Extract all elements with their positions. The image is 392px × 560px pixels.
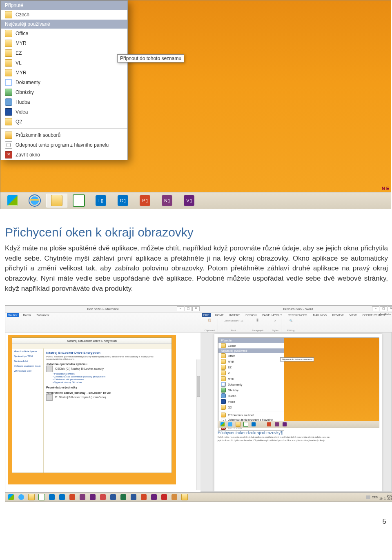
jump-list-item[interactable]: Q2 — [1, 117, 127, 127]
taskbar-btn[interactable] — [47, 493, 57, 501]
close-icon[interactable]: ✕ — [192, 306, 200, 311]
word-tab[interactable]: HOME — [214, 313, 225, 317]
taskbar-btn[interactable] — [139, 493, 149, 501]
nested-taskbar-btn[interactable] — [281, 422, 288, 427]
taskbar-btn[interactable] — [16, 493, 26, 501]
taskbar-btn[interactable] — [129, 493, 138, 501]
taskbar-btn[interactable] — [37, 493, 47, 501]
bitlocker-sidebar-link[interactable]: Správa disků — [14, 360, 42, 362]
jump-list-item[interactable]: Dokumenty — [1, 78, 127, 87]
jump-list-item[interactable]: Dokumenty — [218, 382, 284, 387]
jump-list-item[interactable]: Czech — [218, 343, 284, 348]
taskbar-btn[interactable] — [67, 493, 77, 501]
tray-date[interactable]: 19. 1. 2015 — [379, 497, 392, 500]
jump-list-item[interactable]: Odepnout tento program z hlavního panelu — [1, 140, 127, 150]
scrollbar[interactable] — [196, 359, 200, 490]
jump-list-item[interactable]: Obrázky — [218, 387, 284, 393]
bitlocker-link[interactable]: • Pozastavit ochranu — [53, 373, 169, 375]
maximize-icon[interactable]: ▢ — [380, 306, 387, 311]
nested-taskbar-btn[interactable] — [273, 422, 281, 427]
jump-list-item[interactable]: Videa — [218, 399, 284, 404]
taskbar-powerpoint[interactable]: P▯ — [134, 194, 156, 207]
nested-taskbar-btn[interactable] — [242, 422, 249, 427]
bitlocker-link[interactable]: • Zálohovat klíč pro obnovení — [53, 378, 169, 381]
bitlocker-link[interactable]: • Změnit způsob odemknutí jednotky při s… — [53, 375, 169, 378]
taskbar-btn[interactable] — [180, 493, 189, 501]
taskbar-btn[interactable] — [108, 493, 118, 501]
minimize-icon[interactable]: – — [177, 306, 184, 311]
taskbar-btn[interactable] — [169, 493, 179, 501]
word-page[interactable]: Připnuté Czech Nejčastěji používané Offi… — [214, 334, 382, 494]
nested-taskbar-btn[interactable] — [234, 422, 242, 427]
paint-canvas[interactable]: Nástroj BitLocker Drive Encryption Hlavn… — [8, 335, 176, 484]
word-tab[interactable]: REVIEW — [331, 313, 345, 317]
taskbar-explorer[interactable] — [46, 194, 67, 207]
taskbar-btn[interactable] — [98, 493, 108, 501]
tray-lang[interactable]: CES — [372, 496, 378, 499]
paint-titlebar[interactable]: Bez názvu - Malování – ▢ ✕ — [5, 306, 200, 312]
jump-list-item[interactable]: Hudba — [1, 97, 127, 107]
word-tab[interactable]: VIEW — [348, 313, 358, 317]
taskbar-store[interactable] — [68, 194, 89, 207]
taskbar-btn[interactable] — [88, 493, 98, 501]
jump-list-item[interactable]: Office — [218, 353, 284, 359]
paint-tab[interactable]: Zobrazení — [35, 313, 51, 317]
word-tab[interactable]: FILE — [202, 313, 211, 317]
taskbar-ie[interactable] — [24, 194, 45, 207]
jump-list-item[interactable]: Q2 — [218, 404, 284, 410]
jump-list-item[interactable]: VL — [218, 370, 284, 376]
flag-icon[interactable] — [366, 495, 370, 499]
word-tab[interactable]: MAILINGS — [312, 313, 327, 317]
jump-list-item[interactable]: Hudba — [218, 393, 284, 399]
taskbar-start[interactable] — [2, 194, 23, 207]
nested-taskbar-btn[interactable] — [250, 422, 257, 427]
nested-taskbar-btn[interactable] — [219, 422, 226, 427]
word-tab[interactable]: DESIGN — [244, 313, 258, 317]
taskbar-btn[interactable] — [27, 493, 36, 501]
jump-list-item[interactable]: Videa — [1, 107, 127, 117]
word-tab[interactable]: INSERT — [228, 313, 241, 317]
jump-list-item[interactable]: MYR — [218, 359, 284, 364]
jump-list-item[interactable]: Office — [1, 29, 127, 38]
taskbar-btn[interactable] — [6, 493, 16, 501]
jump-list-item[interactable]: MYR — [1, 38, 127, 48]
font-name[interactable]: Calibri (Body) — [224, 319, 238, 322]
font-size[interactable]: 11 — [241, 319, 243, 322]
taskbar-lync[interactable]: L▯ — [90, 194, 111, 207]
jump-list-item[interactable]: MYR — [1, 68, 127, 78]
minimize-icon[interactable]: – — [372, 306, 379, 311]
taskbar-btn[interactable] — [57, 493, 67, 501]
bitlocker-sidebar-link[interactable]: Hlavní ovládací panel — [14, 350, 42, 353]
bitlocker-sidebar-link[interactable]: Ochrana osobních údajů — [14, 365, 42, 367]
paint-tab[interactable]: Domů — [22, 313, 32, 317]
word-tab[interactable]: PAGE LAYOUT — [261, 313, 283, 317]
bitlocker-sidebar-link[interactable]: Uživatelské účty — [14, 370, 42, 372]
word-tab[interactable]: REFERENCES — [287, 313, 309, 317]
taskbar-btn[interactable] — [78, 493, 87, 501]
nested-taskbar-btn[interactable] — [265, 422, 273, 427]
word-titlebar[interactable]: Brozura.docx - Word – ▢ ✕ — [200, 306, 392, 312]
tray-time[interactable]: 14:09 — [386, 494, 392, 497]
taskbar-btn[interactable] — [118, 493, 128, 501]
taskbar-btn[interactable] — [159, 493, 169, 501]
jump-list-item[interactable]: EZ — [218, 364, 284, 370]
paint-tab[interactable]: Soubor — [7, 313, 19, 317]
jump-list-item[interactable]: Czech — [1, 10, 127, 20]
maximize-icon[interactable]: ▢ — [185, 306, 192, 311]
taskbar-visualstudio[interactable]: V▯ — [178, 194, 200, 207]
system-tray[interactable]: CES 14:09 19. 1. 2015 — [366, 494, 392, 500]
word-user[interactable]: Jan Steber… — [380, 313, 392, 315]
taskbar-onenote[interactable]: N▯ — [156, 194, 178, 207]
jump-list-item[interactable]: Průzkumník souborů — [1, 130, 127, 140]
taskbar-btn[interactable] — [149, 493, 159, 501]
close-icon[interactable]: ✕ — [388, 306, 392, 311]
jump-list-item[interactable]: Zavřít okno — [1, 150, 127, 160]
jump-list-item[interactable]: EZ — [1, 48, 127, 58]
jump-list-item[interactable]: MYR — [218, 376, 284, 382]
nested-taskbar-btn[interactable] — [258, 422, 265, 427]
jump-list-item[interactable]: VL — [1, 58, 127, 68]
nested-taskbar-btn[interactable] — [227, 422, 234, 427]
bitlocker-titlebar[interactable]: Nástroj BitLocker Drive Encryption — [12, 338, 172, 344]
taskbar-outlook[interactable]: O▯ — [112, 194, 134, 207]
jump-list-item[interactable]: Průzkumník souborů — [218, 412, 284, 418]
